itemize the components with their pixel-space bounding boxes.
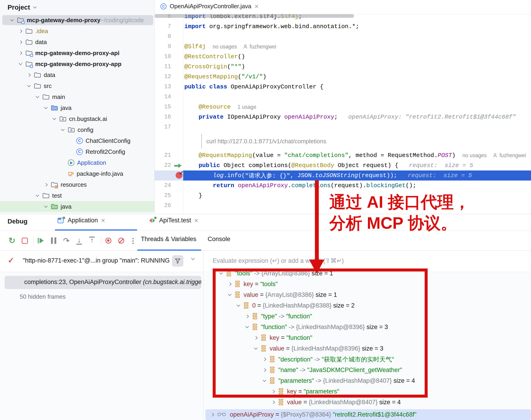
- chevron-right-icon[interactable]: [43, 183, 48, 186]
- chevron-down-icon[interactable]: [35, 96, 40, 98]
- resume-button[interactable]: [36, 236, 46, 246]
- chevron-right-icon[interactable]: [210, 413, 215, 416]
- gutter-slot[interactable]: [171, 180, 184, 191]
- code-line[interactable]: 11@CrossOrigin("*"): [155, 62, 531, 72]
- code-line[interactable]: ✓ log.info("请求入参: {}", JSON.toJSONString…: [155, 170, 531, 180]
- code-line[interactable]: 8: [155, 31, 531, 42]
- chevron-down-icon[interactable]: [191, 257, 195, 260]
- filter-frames-button[interactable]: [172, 255, 183, 267]
- sidebar-item-data[interactable]: data: [0, 37, 155, 47]
- gutter-slot[interactable]: [171, 72, 184, 82]
- code-line[interactable]: 9@Slf4jno usagesfuzhengwei: [155, 42, 531, 52]
- author-person-icon: [243, 44, 248, 49]
- code-line[interactable]: 16 private IOpenAiApiProxy openAiApiProx…: [155, 112, 531, 122]
- chevron-down-icon[interactable]: [26, 86, 31, 87]
- step-over-button[interactable]: ↷: [61, 236, 71, 246]
- tab-threads-variables[interactable]: Threads & Variables: [141, 236, 196, 243]
- sidebar-item-data[interactable]: data: [0, 69, 155, 80]
- sidebar-item-resources[interactable]: resources: [0, 179, 155, 190]
- tab-openaiapiproxycontroller[interactable]: C OpenAiApiProxyController.java ×: [160, 3, 259, 10]
- rerun-button[interactable]: ↻: [7, 236, 17, 246]
- tab-application[interactable]: Application ×: [58, 217, 105, 224]
- variable-row[interactable]: value = {LinkedHashMap@8407} size = 4: [203, 397, 531, 408]
- close-icon[interactable]: ×: [254, 3, 259, 10]
- code-line[interactable]: 12@RequestMapping("/v1/"): [155, 72, 531, 82]
- view-breakpoints-button[interactable]: [103, 236, 113, 246]
- line-number: 9: [155, 42, 171, 52]
- tab-console[interactable]: Console: [208, 236, 230, 243]
- sidebar-item-test[interactable]: test: [0, 190, 155, 201]
- gutter-slot[interactable]: [171, 92, 184, 102]
- more-options-button[interactable]: ⋮: [128, 236, 138, 246]
- code-line[interactable]: 21 @RequestMapping(value = "chat/complet…: [155, 150, 531, 160]
- line-number: 7: [155, 21, 171, 31]
- line-number: 12: [155, 72, 171, 82]
- gutter-slot[interactable]: [171, 62, 184, 72]
- sidebar-item-config[interactable]: config: [0, 124, 155, 135]
- gutter-slot[interactable]: [171, 150, 184, 160]
- horizontal-scrollbar[interactable]: [155, 14, 354, 18]
- code-line[interactable]: 7import org.springframework.web.bind.ann…: [155, 21, 531, 31]
- sidebar-item-cn-bugstack-ai[interactable]: cn.bugstack.ai: [0, 113, 155, 124]
- sidebar-item-application[interactable]: Application: [0, 157, 155, 168]
- sidebar-item-retrofit2config[interactable]: CRetrofit2Config: [0, 146, 155, 157]
- folder-icon: [43, 192, 49, 199]
- gutter-slot[interactable]: [171, 102, 184, 112]
- sidebar-item-java[interactable]: java: [0, 102, 155, 113]
- chevron-down-icon[interactable]: [52, 118, 57, 120]
- sidebar-item-mcp-gateway-demo-proxy[interactable]: mcp-gateway-demo-proxy ~/coding/gitcode: [0, 15, 155, 26]
- sidebar-item-mcp-gateway-demo-proxy-api[interactable]: mcp-gateway-demo-proxy-api: [0, 47, 155, 59]
- chevron-right-icon[interactable]: [18, 30, 23, 32]
- project-panel-header[interactable]: Project: [8, 4, 36, 11]
- code-line[interactable]: 10@RestController(): [155, 52, 531, 62]
- chevron-down-icon[interactable]: [60, 129, 65, 131]
- gutter-slot[interactable]: [171, 112, 184, 122]
- sidebar-item-chatclientconfig[interactable]: CChatClientConfig: [0, 135, 155, 146]
- chevron-down-icon[interactable]: [35, 195, 40, 196]
- tab-apitest[interactable]: ApiTest.test ×: [149, 217, 198, 224]
- gutter-slot[interactable]: [171, 160, 184, 170]
- gutter-slot[interactable]: [171, 122, 184, 132]
- tree-item-label: ChatClientConfig: [86, 137, 131, 144]
- gutter-slot[interactable]: [171, 42, 184, 52]
- stop-button[interactable]: [20, 236, 30, 246]
- close-icon[interactable]: ×: [101, 217, 105, 224]
- chevron-down-icon[interactable]: [18, 63, 23, 65]
- annotation-arrow-head: [309, 260, 324, 274]
- thread-row[interactable]: ✓ "http-nio-8771-exec-1"@...in group "ma…: [0, 251, 203, 272]
- chevron-down-icon[interactable]: [43, 107, 48, 108]
- variable-row[interactable]: openAiApiProxy = {$Proxy57@8364} "retrof…: [203, 409, 531, 420]
- code-line[interactable]: 22 public Object completions(@RequestBod…: [155, 160, 531, 170]
- gutter-slot[interactable]: [171, 31, 184, 42]
- stack-frame-row[interactable]: completions:23, OpenAiApiProxyController…: [5, 276, 201, 289]
- gutter-slot[interactable]: [171, 82, 184, 92]
- pause-button[interactable]: [48, 236, 59, 246]
- step-into-button[interactable]: ↓: [74, 236, 84, 246]
- gutter-slot[interactable]: ✓: [171, 170, 184, 180]
- sidebar-item-src[interactable]: src: [0, 80, 155, 91]
- chevron-right-icon[interactable]: [18, 52, 23, 54]
- chevron-right-icon[interactable]: [18, 41, 23, 44]
- chevron-right-icon[interactable]: [26, 74, 31, 76]
- sidebar-item-package-info-java[interactable]: package-info.java: [0, 168, 155, 179]
- close-icon[interactable]: ×: [194, 217, 199, 224]
- sidebar-item-main[interactable]: main: [0, 91, 155, 102]
- sidebar-item-java[interactable]: java: [0, 201, 155, 212]
- code-line[interactable]: 15 @Resource1 usage: [155, 102, 531, 112]
- sidebar-item-mcp-gateway-demo-proxy-app[interactable]: mcp-gateway-demo-proxy-app: [0, 59, 155, 69]
- gutter-slot[interactable]: [171, 201, 184, 211]
- code-line[interactable]: 13public class OpenAiApiProxyController …: [155, 82, 531, 92]
- gutter-slot[interactable]: [171, 21, 184, 31]
- code-line[interactable]: 17: [155, 122, 531, 132]
- code-line[interactable]: 24 return openAiApiProxy.completions(req…: [155, 180, 531, 191]
- chevron-down-icon[interactable]: [43, 206, 48, 207]
- chevron-right-icon[interactable]: [270, 401, 276, 404]
- code-line[interactable]: 14: [155, 92, 531, 102]
- sidebar-item--idea[interactable]: .idea: [0, 26, 155, 37]
- step-out-button[interactable]: ↑: [87, 236, 97, 246]
- chevron-down-icon[interactable]: [9, 20, 15, 21]
- gutter-slot[interactable]: [171, 191, 184, 201]
- gutter-slot[interactable]: [171, 52, 184, 62]
- hidden-frames-label[interactable]: 50 hidden frames: [20, 293, 66, 300]
- mute-breakpoints-button[interactable]: [116, 236, 126, 246]
